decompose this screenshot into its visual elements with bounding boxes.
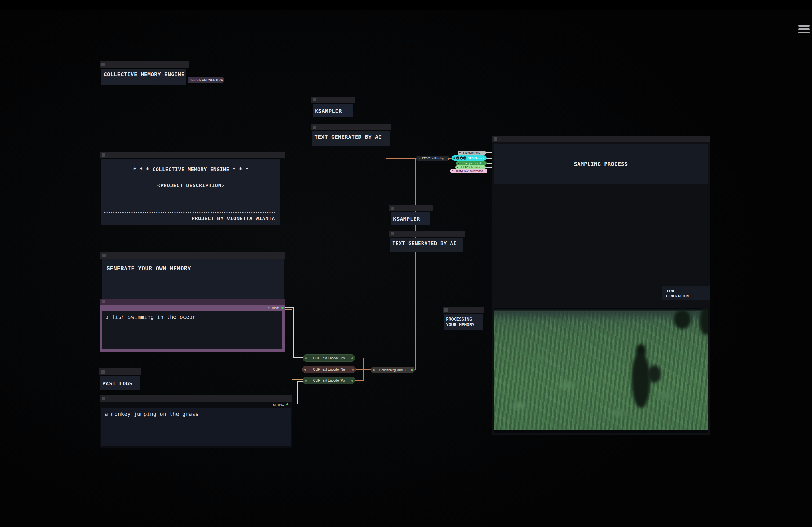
input-port[interactable] [458, 163, 459, 164]
note-ksampler-a[interactable]: KSAMPLER [313, 104, 353, 117]
wire [354, 380, 364, 381]
collapse-box-icon[interactable] [102, 63, 105, 66]
wire [293, 307, 294, 358]
project-title: * * * COLLECTIVE MEMORY ENGINE * * * [102, 166, 280, 172]
background-animal-blob [674, 310, 691, 329]
collapse-box-icon[interactable] [313, 98, 316, 101]
pill-label: Conditioning Multi C [379, 368, 406, 372]
group-header-text-ai-a[interactable]: . [311, 124, 392, 130]
node-stg-guider[interactable]: LTX STG Guider [452, 155, 487, 161]
note-text-ai-b[interactable]: TEXT GENERATED BY AI [390, 238, 463, 253]
note-sampling-process[interactable]: SAMPLING PROCESS [494, 144, 708, 183]
collapse-box-icon[interactable] [494, 137, 497, 141]
wire [354, 358, 364, 359]
group-header-generate[interactable]: . [100, 252, 286, 259]
note-text-ai-a[interactable]: TEXT GENERATED BY AI [312, 132, 390, 146]
node-clip-text-encode-positive[interactable]: CLIP Text Encode (Po [303, 355, 355, 362]
wire [292, 379, 304, 380]
node-clip-text-encode-negative[interactable]: CLIP Text Encode (Ne [302, 366, 356, 373]
note-text: COLLECTIVE MEMORY ENGINE [101, 69, 186, 77]
node-dot-icon [190, 79, 192, 81]
collapse-box-icon[interactable] [102, 254, 106, 257]
input-port[interactable] [459, 152, 461, 153]
node-negative-prompt[interactable]: : STRING a monkey jumping on the grass [100, 395, 292, 448]
group-header-ksampler-a[interactable]: . [311, 97, 355, 103]
pill-label: LTXVScheduler [461, 166, 480, 169]
pill-label: CLIP Text Encode (Po [313, 379, 345, 382]
wire [292, 310, 292, 380]
pill-label: CLIP Text Encode (Po [313, 356, 345, 360]
note-text-line2: GENERATION [666, 293, 710, 299]
node-titlebar[interactable]: : [100, 395, 292, 402]
string-output-port[interactable] [286, 403, 288, 405]
output-port[interactable] [351, 358, 353, 359]
pill-label: KSamplerSelect [462, 162, 481, 165]
pill-label: EmptyLTXVLatentVideo [454, 169, 483, 172]
node-empty-ltxv-latent-video[interactable]: EmptyLTXVLatentVideo [450, 169, 487, 173]
pill-label: CLICK CORNER BOX [191, 78, 223, 81]
group-header-sampling[interactable]: . [492, 136, 710, 142]
bird-wing [648, 365, 661, 383]
output-port[interactable] [411, 369, 413, 371]
input-port[interactable] [453, 157, 455, 159]
group-header-text-ai-b[interactable]: . [389, 231, 465, 237]
note-project[interactable]: * * * COLLECTIVE MEMORY ENGINE * * * <PR… [102, 159, 280, 225]
input-port[interactable] [305, 380, 307, 381]
group-header-project[interactable]: . [100, 152, 285, 158]
hamburger-menu-icon[interactable] [798, 25, 810, 33]
collapse-box-icon[interactable] [102, 397, 105, 400]
node-ltxv-conditioning[interactable]: LTXVConditioning [417, 156, 449, 161]
collapse-box-icon[interactable] [391, 232, 394, 235]
top-black-band [0, 0, 812, 10]
input-port[interactable] [452, 170, 453, 171]
pill-label: LTXVConditioning [422, 157, 444, 160]
note-title-box[interactable]: COLLECTIVE MEMORY ENGINE [101, 69, 186, 85]
note-processing[interactable]: PROCESSING YOUR MEMORY [444, 314, 483, 330]
input-port[interactable] [305, 358, 307, 359]
note-text: SAMPLING PROCESS [494, 161, 708, 167]
collapse-box-icon[interactable] [102, 153, 105, 157]
output-port-label: STRING [268, 306, 279, 310]
note-text-line1: TIME [666, 288, 710, 293]
group-header-processing[interactable]: . [443, 307, 484, 313]
prompt-text-input[interactable]: a monkey jumping on the grass [102, 408, 291, 446]
node-ksampler-select[interactable]: KSamplerSelect [456, 161, 487, 166]
input-port[interactable] [419, 158, 420, 160]
note-ksampler-b[interactable]: KSAMPLER [391, 212, 430, 225]
wire [386, 158, 387, 366]
note-text: KSAMPLER [313, 104, 353, 114]
collapse-box-icon[interactable] [445, 308, 448, 312]
group-header-past-logs[interactable]: : [99, 368, 141, 375]
wire [284, 307, 294, 308]
note-text: TEXT GENERATED BY AI [390, 238, 463, 246]
note-past-logs[interactable]: PAST LOGS [100, 376, 140, 390]
letterbox-bar [494, 430, 708, 433]
node-titlebar[interactable]: : [100, 299, 285, 305]
node-editor-canvas[interactable]: . COLLECTIVE MEMORY ENGINE CLICK CORNER … [0, 0, 812, 527]
bird-body [632, 352, 650, 408]
project-credit: PROJECT BY VIONETTA WIANTA [192, 215, 275, 221]
input-port[interactable] [373, 369, 375, 371]
click-corner-box-node[interactable]: CLICK CORNER BOX [188, 77, 224, 83]
group-header-ksampler-b[interactable]: . [389, 205, 433, 211]
wire [386, 158, 418, 159]
output-port[interactable] [352, 369, 354, 371]
group-header-title-box[interactable]: . [100, 61, 189, 68]
input-port[interactable] [305, 369, 306, 371]
prompt-text-input[interactable]: a fish swimming in the ocean [102, 311, 282, 349]
collapse-box-icon[interactable] [313, 125, 316, 129]
output-port[interactable] [351, 380, 353, 381]
output-port[interactable] [448, 158, 450, 160]
wire [284, 310, 292, 310]
collapse-box-icon[interactable] [101, 370, 105, 374]
note-time-generation[interactable]: TIME GENERATION [663, 286, 710, 300]
string-output-port[interactable] [281, 307, 284, 309]
node-random-noise[interactable]: RandomNoise [458, 151, 486, 155]
collapse-box-icon[interactable] [102, 300, 105, 303]
node-conditioning-multi-combine[interactable]: Conditioning Multi C [371, 366, 415, 373]
node-clip-text-encode-positive-2[interactable]: CLIP Text Encode (Po [303, 377, 355, 384]
node-positive-prompt[interactable]: : STRING a fish swimming in the ocean [100, 299, 285, 352]
note-text: TEXT GENERATED BY AI [312, 132, 390, 140]
collapse-box-icon[interactable] [391, 207, 394, 210]
input-port[interactable] [457, 167, 458, 168]
